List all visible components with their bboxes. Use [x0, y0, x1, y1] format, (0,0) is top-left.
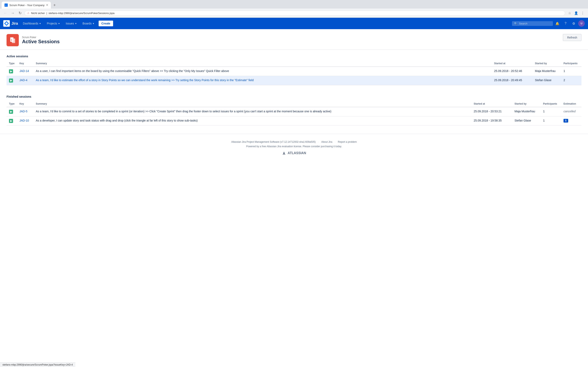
cell-estimation: cancelled: [561, 107, 581, 117]
cell-participants: 1: [541, 117, 561, 125]
col-header-summary: Summary: [33, 60, 492, 67]
svg-text:J: J: [5, 4, 6, 6]
issue-type-icon: ▶: [9, 69, 13, 73]
finished-sessions-section: Finished sessions Type Key Summary Start…: [0, 90, 588, 131]
page-footer: Atlassian Jira Project Management Softwa…: [0, 134, 588, 162]
insecure-icon: ⚠: [27, 12, 29, 15]
cell-type: ▶: [7, 67, 17, 76]
col-header-participants: Participants: [541, 101, 561, 107]
footer-dot-2: ·: [335, 141, 335, 143]
svg-text:♠: ♠: [11, 39, 12, 41]
header-left: ♠ Scrum Poker Active Sessions: [7, 34, 60, 46]
cell-started-at: 25.09.2018 - 20:52:46: [492, 67, 532, 76]
issue-type-icon: ▶: [9, 78, 13, 83]
chevron-down-icon: ▼: [93, 22, 95, 25]
cell-started-by: Stefan Glase: [512, 117, 541, 125]
chevron-down-icon: ▼: [58, 22, 60, 25]
footer-info: Atlassian Jira Project Management Softwa…: [231, 141, 316, 143]
tab-title: Scrum Poker - Your Company: [9, 4, 44, 7]
cell-started-at: 25.09.2018 - 20:49:45: [492, 76, 532, 85]
issue-key-link[interactable]: JAD-14: [19, 69, 29, 73]
nav-boards[interactable]: Boards ▼: [80, 18, 97, 29]
table-row: ▶ JAD-4 As a team, I'd like to estimate …: [7, 76, 581, 85]
create-button[interactable]: Create: [99, 21, 113, 26]
svg-rect-5: [12, 39, 15, 43]
page-header: ♠ Scrum Poker Active Sessions Refresh: [0, 29, 588, 50]
active-tab[interactable]: J Scrum Poker - Your Company ×: [2, 2, 51, 8]
col-header-started-by: Started by: [532, 60, 561, 67]
cell-key: JAD-10: [17, 117, 33, 125]
footer-powered: Powered by a free Atlassian Jira evaluat…: [7, 145, 581, 148]
header-title: Scrum Poker Active Sessions: [22, 36, 60, 44]
plugin-name: Scrum Poker: [22, 36, 60, 39]
col-header-participants: Participants: [561, 60, 581, 67]
report-problem-link[interactable]: Report a problem: [338, 141, 357, 143]
status-url: stefans-mbp:2990/jira/secure/ScrumPoker.…: [2, 363, 73, 366]
col-header-estimation: Estimation: [561, 101, 581, 107]
estimation-cancelled: cancelled: [563, 110, 576, 113]
cell-summary: As a user, I can find important items on…: [33, 67, 492, 76]
col-header-key: Key: [17, 60, 33, 67]
nav-issues[interactable]: Issues ▼: [63, 18, 79, 29]
col-header-key: Key: [17, 101, 33, 107]
active-sessions-section: Active sessions Type Key Summary Started…: [0, 50, 588, 90]
nav-projects[interactable]: Projects ▼: [44, 18, 62, 29]
reload-button[interactable]: ↻: [17, 10, 23, 16]
settings-button[interactable]: ⚙: [570, 20, 577, 27]
profile-button[interactable]: 👤: [573, 10, 579, 16]
summary-link[interactable]: As a team, I'd like to estimate the effo…: [36, 78, 254, 82]
issue-key-link[interactable]: JAD-5: [19, 110, 27, 113]
table-row: ▶ JAD-5 As a team, I'd like to commit to…: [7, 107, 581, 117]
cell-participants: 2: [561, 76, 581, 85]
issue-key-link[interactable]: JAD-4: [19, 78, 27, 82]
cell-type: ▶: [7, 76, 17, 85]
menu-button[interactable]: ⋮: [580, 10, 586, 16]
search-box[interactable]: 🔍 Search: [512, 21, 553, 26]
col-header-started-by: Started by: [512, 101, 541, 107]
tab-close-button[interactable]: ×: [46, 3, 48, 7]
user-avatar[interactable]: U: [578, 20, 585, 27]
issue-type-icon: ▶: [9, 110, 13, 114]
col-header-type: Type: [7, 101, 17, 107]
cell-estimation: 5: [561, 117, 581, 125]
url-text: Nicht sicher | stefans-mbp:2990/jira/sec…: [31, 12, 114, 15]
cell-type: ▶: [7, 107, 17, 117]
cell-participants: 1: [561, 67, 581, 76]
cell-participants: 1: [541, 107, 561, 117]
cell-started-by: Maja Musterfrau: [512, 107, 541, 117]
bookmark-button[interactable]: ☆: [567, 10, 572, 16]
forward-button[interactable]: →: [10, 10, 16, 16]
cell-summary: As a team, I'd like to commit to a set o…: [33, 107, 471, 117]
cell-summary: As a team, I'd like to estimate the effo…: [33, 76, 492, 85]
col-header-started-at: Started at: [471, 101, 512, 107]
cell-started-by: Maja Musterfrau: [532, 67, 561, 76]
active-sessions-title: Active sessions: [7, 55, 581, 58]
issue-type-icon: ▶: [9, 119, 13, 123]
jira-logo[interactable]: Jira: [3, 20, 18, 27]
about-jira-link[interactable]: About Jira: [321, 141, 332, 143]
search-icon: 🔍: [514, 22, 517, 25]
back-button[interactable]: ←: [2, 10, 8, 16]
cell-key: JAD-5: [17, 107, 33, 117]
help-button[interactable]: ?: [562, 20, 569, 27]
cell-started-at: 25.09.2018 - 19:58:35: [471, 117, 512, 125]
finished-sessions-table: Type Key Summary Started at Started by P…: [7, 101, 581, 125]
new-tab-button[interactable]: +: [52, 2, 57, 8]
issue-key-link[interactable]: JAD-10: [19, 119, 29, 122]
cell-started-at: 25.09.2018 - 20:53:21: [471, 107, 512, 117]
notifications-button[interactable]: 🔔: [554, 20, 561, 27]
scrum-poker-logo: ♠: [7, 34, 19, 46]
nav-dashboards[interactable]: Dashboards ▼: [20, 18, 43, 29]
col-header-started-at: Started at: [492, 60, 532, 67]
chevron-down-icon: ▼: [39, 22, 41, 25]
estimation-badge: 5: [563, 119, 568, 123]
col-header-type: Type: [7, 60, 17, 67]
address-bar[interactable]: ⚠ Nicht sicher | stefans-mbp:2990/jira/s…: [25, 11, 565, 16]
active-sessions-table: Type Key Summary Started at Started by P…: [7, 60, 581, 85]
finished-sessions-title: Finished sessions: [7, 95, 581, 98]
cell-key: JAD-14: [17, 67, 33, 76]
tab-favicon: J: [4, 3, 8, 7]
status-bar: stefans-mbp:2990/jira/secure/ScrumPoker.…: [0, 362, 75, 367]
refresh-button[interactable]: Refresh: [563, 34, 581, 41]
table-row: ▶ JAD-14 As a user, I can find important…: [7, 67, 581, 76]
